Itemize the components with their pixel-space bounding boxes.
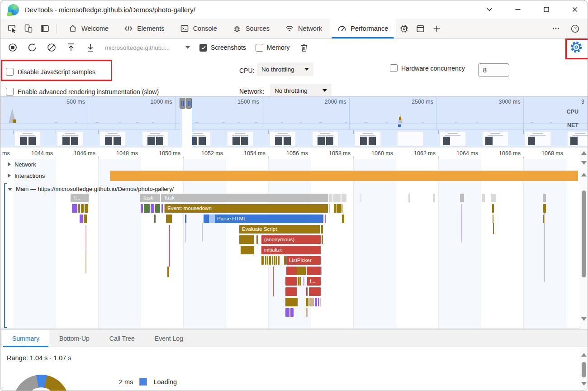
flame-bar-listpicker[interactable]: ListPicker	[286, 256, 321, 265]
flame-bar[interactable]	[325, 215, 326, 223]
flame-bar[interactable]	[285, 287, 297, 296]
filmstrip-frame[interactable]	[438, 130, 481, 148]
drawer-panel-icon[interactable]	[412, 19, 428, 38]
chip-panel-icon[interactable]	[396, 19, 412, 38]
summary-scrollbar-track[interactable]	[580, 348, 588, 391]
flame-bar[interactable]	[321, 267, 322, 275]
more-options-icon[interactable]	[548, 24, 564, 33]
flame-bar[interactable]	[297, 267, 306, 275]
flame-scrollbar-track[interactable]	[580, 148, 588, 329]
flame-bar[interactable]	[151, 204, 154, 213]
memory-checkbox[interactable]	[256, 44, 263, 52]
flame-bar[interactable]	[337, 204, 341, 213]
flame-bar[interactable]	[78, 204, 80, 213]
flame-bar-task[interactable]: Task	[140, 194, 160, 202]
flame-bar[interactable]	[491, 194, 496, 202]
flame-bar[interactable]	[298, 277, 299, 286]
tab-elements[interactable]: Elements	[116, 19, 172, 38]
flame-bar[interactable]	[274, 256, 275, 265]
inspect-element-button[interactable]	[4, 19, 20, 38]
flame-bar[interactable]	[306, 308, 308, 317]
capture-settings-gear-icon[interactable]	[570, 41, 583, 53]
flame-bar[interactable]	[186, 215, 187, 223]
flame-bar[interactable]	[209, 215, 215, 223]
flame-bar[interactable]	[323, 215, 324, 223]
flame-bar[interactable]	[269, 256, 271, 265]
flame-bar[interactable]	[155, 204, 160, 213]
filmstrip-frame[interactable]	[13, 130, 56, 148]
dock-panel-layout-button[interactable]	[37, 19, 53, 38]
flame-bar[interactable]	[321, 225, 323, 234]
minimize-button[interactable]	[514, 6, 522, 14]
flame-bar[interactable]	[492, 204, 494, 213]
expand-arrow-icon[interactable]	[8, 162, 11, 167]
flame-bar[interactable]	[299, 277, 301, 286]
filmstrip-frame[interactable]	[98, 130, 141, 148]
flame-bar[interactable]	[461, 204, 462, 213]
scroll-up-icon[interactable]	[581, 173, 587, 176]
timeline-overview[interactable]: CPU NET 3 500 ms1000 ms1500 ms2000 ms250…	[0, 96, 588, 130]
flame-bar[interactable]	[307, 267, 321, 275]
filmstrip-frame[interactable]	[566, 130, 588, 148]
flame-bar[interactable]	[329, 194, 332, 202]
flame-bar[interactable]	[320, 298, 321, 306]
flame-bar[interactable]	[329, 204, 330, 213]
flame-bar[interactable]	[256, 235, 258, 244]
hardware-concurrency-input[interactable]: 8	[478, 63, 509, 77]
tab-event-log[interactable]: Event Log	[145, 330, 193, 347]
flame-bar[interactable]	[72, 204, 77, 213]
flame-bar[interactable]	[141, 204, 143, 213]
filmstrip-frame[interactable]	[226, 130, 268, 148]
flame-bar[interactable]	[276, 256, 277, 265]
scroll-up-icon[interactable]	[581, 151, 587, 155]
filmstrip-frame[interactable]	[141, 130, 183, 148]
hardware-concurrency-checkbox[interactable]	[390, 64, 398, 72]
screenshots-checkbox[interactable]	[199, 44, 207, 52]
flame-bar[interactable]	[261, 256, 264, 265]
flame-bar-task[interactable]: Task	[161, 194, 328, 202]
flame-bar[interactable]	[318, 298, 319, 306]
reload-and-record-button[interactable]	[27, 43, 37, 52]
close-button[interactable]	[571, 6, 579, 14]
page-selector-dropdown[interactable]: microsoftedge.github.i...	[105, 44, 190, 51]
flame-bar[interactable]	[85, 204, 88, 213]
flame-bar[interactable]	[265, 256, 266, 265]
filmstrip-frame[interactable]	[523, 130, 566, 148]
tab-performance[interactable]: Performance	[330, 19, 396, 38]
filmstrip-frame[interactable]	[353, 130, 396, 148]
flame-bar[interactable]	[166, 215, 172, 223]
flame-bar[interactable]	[341, 194, 346, 202]
track-main-thread[interactable]: Main — https://microsoftedge.github.io/D…	[8, 186, 174, 192]
flame-bar[interactable]	[154, 215, 156, 223]
flame-bar[interactable]	[81, 204, 84, 213]
flame-bar-parse-html[interactable]: Parse HTML	[204, 215, 323, 223]
flame-bar[interactable]	[284, 256, 286, 265]
track-interactions[interactable]: Interactions	[8, 172, 45, 179]
flame-bar[interactable]	[185, 215, 186, 223]
flame-bar[interactable]	[278, 256, 280, 265]
load-profile-button[interactable]	[85, 43, 95, 52]
scrollbar-thumb[interactable]	[582, 191, 586, 277]
interaction-span-bar[interactable]	[110, 171, 578, 181]
flame-bar[interactable]	[306, 287, 308, 296]
flame-bar[interactable]	[309, 287, 321, 296]
flame-bar[interactable]	[267, 256, 268, 265]
memory-toggle[interactable]: Memory	[256, 44, 290, 52]
flame-bar[interactable]	[241, 246, 254, 254]
flame-bar[interactable]	[80, 215, 83, 223]
flame-bar-evaluate-script[interactable]: Evaluate Script	[239, 225, 320, 234]
flame-bar-t[interactable]: T...	[71, 194, 89, 202]
filmstrip-frame[interactable]	[481, 130, 523, 148]
flame-bar[interactable]	[144, 204, 150, 213]
flame-bar-initialize[interactable]: initialize	[261, 246, 321, 254]
flame-bar[interactable]	[306, 298, 308, 306]
maximize-button[interactable]	[542, 6, 550, 14]
record-button[interactable]	[8, 43, 18, 52]
tab-sources[interactable]: Sources	[225, 19, 277, 38]
flame-bar[interactable]	[285, 308, 289, 317]
expand-arrow-icon[interactable]	[8, 173, 11, 178]
flame-bar-f[interactable]: f...	[307, 277, 321, 286]
flame-bar[interactable]	[285, 298, 298, 306]
flame-bar[interactable]	[342, 204, 343, 213]
network-throttling-select[interactable]: No throttling	[270, 84, 332, 97]
